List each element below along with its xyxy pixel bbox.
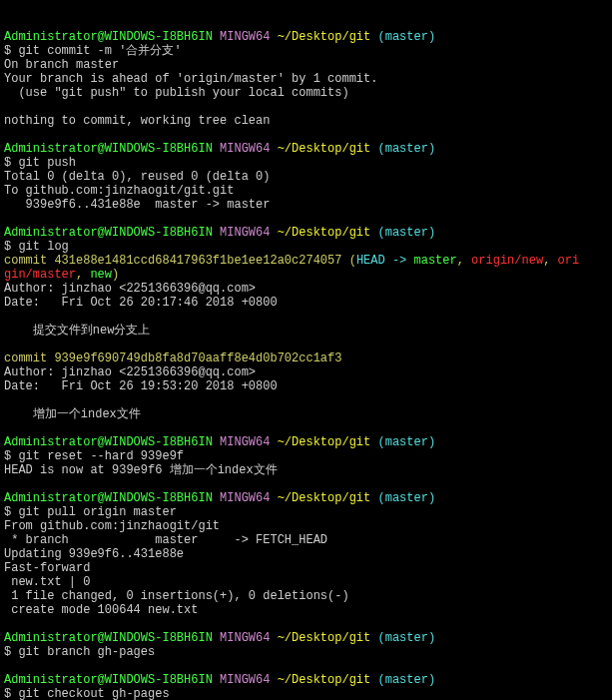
- prompt-user: Administrator@WINDOWS-I8BH6IN: [4, 631, 213, 645]
- prompt-host: MINGW64: [213, 30, 271, 44]
- prompt-branch: (master): [370, 226, 435, 240]
- prompt-host: MINGW64: [213, 226, 271, 240]
- output-line: From github.com:jinzhaogit/git: [4, 519, 220, 533]
- prompt-path: ~/Desktop/git: [270, 142, 370, 156]
- prompt-host: MINGW64: [213, 631, 271, 645]
- commit-author: Author: jinzhao <2251366396@qq.com>: [4, 282, 256, 296]
- ref-origin-master-part2: gin/master: [4, 268, 76, 282]
- prompt-path: ~/Desktop/git: [270, 491, 370, 505]
- output-line: On branch master: [4, 58, 119, 72]
- prompt-host: MINGW64: [213, 491, 271, 505]
- cmd-git-pull: $ git pull origin master: [4, 505, 177, 519]
- commit-message: 增加一个index文件: [4, 407, 141, 421]
- prompt-user: Administrator@WINDOWS-I8BH6IN: [4, 226, 213, 240]
- refs-sep: ,: [457, 254, 471, 268]
- ref-new: new: [90, 268, 112, 282]
- prompt-branch: (master): [370, 30, 435, 44]
- refs-sep: ,: [76, 268, 90, 282]
- ref-master: master: [413, 254, 456, 268]
- ref-origin-master-part1: ori: [558, 254, 580, 268]
- refs-paren-close: ): [112, 268, 119, 282]
- output-line: 1 file changed, 0 insertions(+), 0 delet…: [4, 589, 349, 603]
- commit-date: Date: Fri Oct 26 19:53:20 2018 +0800: [4, 379, 278, 393]
- prompt-path: ~/Desktop/git: [270, 673, 370, 687]
- output-line: Updating 939e9f6..431e88e: [4, 547, 184, 561]
- output-line: To github.com:jinzhaogit/git.git: [4, 184, 234, 198]
- prompt-branch: (master): [370, 631, 435, 645]
- prompt-branch: (master): [370, 142, 435, 156]
- output-line: HEAD is now at 939e9f6 增加一个index文件: [4, 463, 278, 477]
- output-line: new.txt | 0: [4, 575, 90, 589]
- commit-author: Author: jinzhao <2251366396@qq.com>: [4, 365, 256, 379]
- prompt-user: Administrator@WINDOWS-I8BH6IN: [4, 673, 213, 687]
- commit-hash: commit 939e9f690749db8fa8d70aaff8e4d0b70…: [4, 351, 341, 365]
- output-line: Your branch is ahead of 'origin/master' …: [4, 72, 377, 86]
- prompt-branch: (master): [370, 491, 435, 505]
- ref-head: HEAD ->: [356, 254, 414, 268]
- prompt-user: Administrator@WINDOWS-I8BH6IN: [4, 142, 213, 156]
- output-line: Fast-forward: [4, 561, 90, 575]
- prompt-host: MINGW64: [213, 435, 271, 449]
- commit-date: Date: Fri Oct 26 20:17:46 2018 +0800: [4, 296, 278, 310]
- refs-sep: ,: [543, 254, 557, 268]
- prompt-user: Administrator@WINDOWS-I8BH6IN: [4, 30, 213, 44]
- prompt-user: Administrator@WINDOWS-I8BH6IN: [4, 491, 213, 505]
- cmd-git-push: $ git push: [4, 156, 76, 170]
- output-line: 939e9f6..431e88e master -> master: [4, 198, 270, 212]
- commit-hash: commit 431e88e1481ccd68417963f1be1ee12a0…: [4, 254, 341, 268]
- cmd-git-log: $ git log: [4, 240, 69, 254]
- cmd-git-branch: $ git branch gh-pages: [4, 645, 155, 659]
- prompt-path: ~/Desktop/git: [270, 30, 370, 44]
- output-line: nothing to commit, working tree clean: [4, 114, 270, 128]
- prompt-path: ~/Desktop/git: [270, 226, 370, 240]
- prompt-host: MINGW64: [213, 142, 271, 156]
- output-line: * branch master -> FETCH_HEAD: [4, 533, 327, 547]
- terminal-output[interactable]: Administrator@WINDOWS-I8BH6IN MINGW64 ~/…: [4, 30, 608, 700]
- prompt-branch: (master): [370, 435, 435, 449]
- prompt-branch: (master): [370, 673, 435, 687]
- output-line: create mode 100644 new.txt: [4, 603, 198, 617]
- cmd-git-checkout: $ git checkout gh-pages: [4, 687, 170, 700]
- output-line: Total 0 (delta 0), reused 0 (delta 0): [4, 170, 270, 184]
- prompt-path: ~/Desktop/git: [270, 435, 370, 449]
- commit-message: 提交文件到new分支上: [4, 324, 150, 338]
- prompt-host: MINGW64: [213, 673, 271, 687]
- output-line: (use "git push" to publish your local co…: [4, 86, 349, 100]
- cmd-git-reset: $ git reset --hard 939e9f: [4, 449, 184, 463]
- ref-origin-new: origin/new: [471, 254, 543, 268]
- prompt-user: Administrator@WINDOWS-I8BH6IN: [4, 435, 213, 449]
- cmd-git-commit: $ git commit -m '合并分支': [4, 44, 182, 58]
- prompt-path: ~/Desktop/git: [270, 631, 370, 645]
- refs-paren-open: (: [341, 254, 355, 268]
